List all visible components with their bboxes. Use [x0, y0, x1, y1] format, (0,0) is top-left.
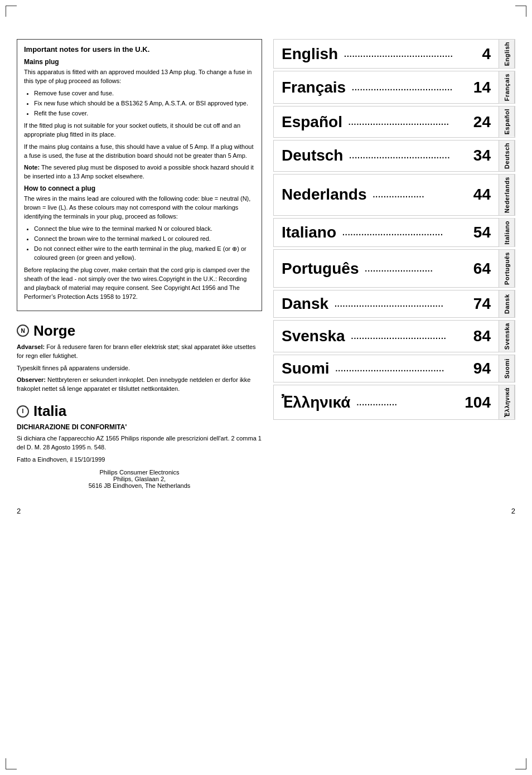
lang-tab-english: English — [499, 40, 515, 68]
mains-plug-text3: If the mains plug contains a fuse, this … — [24, 143, 255, 161]
corner-mark-br — [515, 758, 526, 769]
lang-main-svenska: Svenska ................................… — [274, 321, 499, 352]
lang-dots-english: ........................................ — [341, 50, 478, 59]
lang-tab-nederlands: Nederlands — [499, 175, 515, 215]
lang-dots-nederlands: ................... — [370, 190, 470, 199]
lang-name-italiano: Italiano — [282, 224, 336, 241]
lang-row-nederlands: Nederlands ................... 44 Nederl… — [273, 174, 515, 216]
bullet-item: Fix new fuse which should be a BS1362 5 … — [34, 99, 255, 108]
norge-heading: N Norge — [17, 322, 262, 340]
lang-page-portugues: 64 — [473, 260, 491, 278]
lang-name-nederlands: Nederlands — [282, 186, 367, 204]
lang-main-greek: Ἐλληνικά ............... 104 — [274, 385, 499, 419]
lang-tab-italiano: Italiano — [499, 219, 515, 247]
lang-page-english: 4 — [482, 45, 491, 63]
mains-plug-note: Note: The severed plug must be disposed … — [24, 163, 255, 181]
corner-mark-tl — [6, 6, 17, 17]
italia-icon: I — [17, 405, 29, 418]
page-number-right: 2 — [273, 495, 515, 516]
norge-section: N Norge Advarsel: For å redusere faren f… — [17, 322, 262, 394]
lang-row-dansk: Dansk ..................................… — [273, 290, 515, 318]
corner-mark-bl — [6, 758, 17, 769]
connect-plug-text1: The wires in the mains lead are coloured… — [24, 195, 255, 221]
italia-text2: Fatto a Eindhoven, il 15/10/1999 — [17, 456, 262, 464]
lang-row-deutsch: Deutsch ................................… — [273, 140, 515, 172]
dichiarazione-title: DICHIARAZIONE DI CONFORMITA' — [17, 423, 262, 431]
lang-main-portugues: Português ......................... 64 — [274, 250, 499, 287]
lang-row-svenska: Svenska ................................… — [273, 320, 515, 352]
lang-page-suomi: 94 — [473, 360, 491, 377]
lang-dots-greek: ............... — [354, 398, 462, 407]
page-number-left: 2 — [17, 506, 262, 516]
lang-name-francais: Français — [282, 79, 346, 96]
lang-name-espanol: Español — [282, 113, 342, 131]
page: Important notes for users in the U.K. Ma… — [0, 0, 532, 775]
lang-name-english: English — [282, 45, 338, 63]
lang-dots-francais: ..................................... — [349, 83, 470, 92]
lang-main-suomi: Suomi ..................................… — [274, 355, 499, 382]
connect-plug-bullets: Connect the blue wire to the terminal ma… — [34, 225, 255, 263]
mains-plug-text2: If the fitted plug is not suitable for y… — [24, 122, 255, 139]
page-num-right-value: 2 — [511, 507, 515, 515]
lang-page-dansk: 74 — [473, 295, 491, 313]
bullet-item: Remove fuse cover and fuse. — [34, 89, 255, 98]
important-box-title: Important notes for users in the U.K. — [24, 45, 255, 54]
lang-name-svenska: Svenska — [282, 327, 345, 345]
left-column: Important notes for users in the U.K. Ma… — [17, 39, 273, 516]
mains-plug-text1: This apparatus is fitted with an approve… — [24, 68, 255, 86]
note-text: The severed plug must be disposed to avo… — [24, 164, 254, 180]
norge-typeskilt: Typeskilt finnes på apparatens underside… — [17, 364, 262, 373]
connect-plug-title: How to connect a plug — [24, 185, 255, 192]
observer-text: Nettbryteren er sekundert innkoplet. Den… — [17, 376, 250, 392]
lang-tab-dansk: Dansk — [499, 290, 515, 317]
norge-title: Norge — [33, 322, 75, 340]
bullet-item: Refit the fuse cover. — [34, 109, 255, 118]
lang-row-italiano: Italiano ...............................… — [273, 218, 515, 248]
italia-heading: I Italia — [17, 403, 262, 420]
lang-row-francais: Français ...............................… — [273, 71, 515, 104]
italia-section: I Italia DICHIARAZIONE DI CONFORMITA' Si… — [17, 403, 262, 489]
lang-row-portugues: Português ......................... 64 P… — [273, 249, 515, 288]
italia-title: Italia — [33, 403, 66, 420]
lang-page-nederlands: 44 — [473, 186, 491, 204]
lang-tab-deutsch: Deutsch — [499, 141, 515, 171]
norge-advarsel: Advarsel: For å redusere faren for brann… — [17, 343, 262, 361]
lang-page-svenska: 84 — [473, 327, 491, 345]
lang-dots-svenska: ................................... — [349, 332, 470, 341]
right-column: English ................................… — [273, 39, 515, 516]
lang-row-english: English ................................… — [273, 39, 515, 69]
lang-main-dansk: Dansk ..................................… — [274, 290, 499, 317]
advarsel-label: Advarsel: — [17, 343, 45, 350]
lang-tab-portugues: Português — [499, 250, 515, 287]
bullet-item: Connect the brown wire to the terminal m… — [34, 235, 255, 244]
italia-text1: Si dichiara che l'apparecchio AZ 1565 Ph… — [17, 434, 262, 452]
lang-name-deutsch: Deutsch — [282, 147, 343, 164]
lang-main-nederlands: Nederlands ................... 44 — [274, 175, 499, 215]
lang-row-suomi: Suomi ..................................… — [273, 355, 515, 382]
lang-page-espanol: 24 — [473, 113, 491, 131]
philips-info: Philips Consumer Electronics Philips, Gl… — [17, 469, 262, 489]
observer-label: Observer: — [17, 376, 46, 383]
advarsel-text: For å redusere faren for brann eller ele… — [17, 343, 256, 359]
lang-name-dansk: Dansk — [282, 295, 328, 313]
lang-main-espanol: Español ................................… — [274, 106, 499, 137]
norge-icon: N — [17, 324, 29, 337]
lang-tab-svenska: Svenska — [499, 321, 515, 352]
lang-tab-greek: Ἐλληνικά — [499, 385, 515, 419]
mains-plug-bullets: Remove fuse cover and fuse. Fix new fuse… — [34, 89, 255, 118]
lang-tab-francais: Français — [499, 71, 515, 103]
philips-line1: Philips Consumer Electronics — [17, 469, 262, 476]
lang-page-italiano: 54 — [473, 224, 491, 241]
lang-name-portugues: Português — [282, 260, 359, 278]
lang-main-italiano: Italiano ...............................… — [274, 219, 499, 247]
corner-mark-tr — [515, 6, 526, 17]
note-bold: Note: — [24, 164, 40, 171]
lang-tab-suomi: Suomi — [499, 355, 515, 382]
philips-line2: Philips, Glaslaan 2, — [17, 476, 262, 482]
lang-main-english: English ................................… — [274, 40, 499, 68]
lang-dots-italiano: ..................................... — [340, 228, 470, 237]
lang-row-greek: Ἐλληνικά ............... 104 Ἐλληνικά — [273, 385, 515, 420]
lang-dots-suomi: ........................................ — [333, 364, 470, 373]
mains-plug-title: Mains plug — [24, 58, 255, 66]
lang-page-deutsch: 34 — [473, 147, 491, 164]
